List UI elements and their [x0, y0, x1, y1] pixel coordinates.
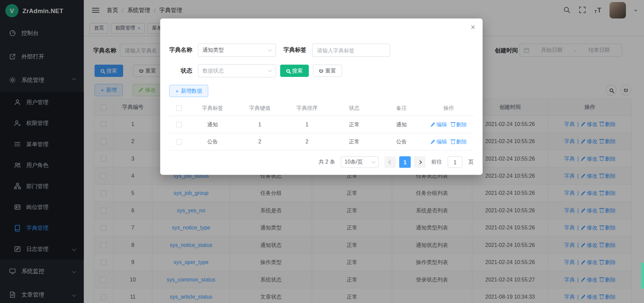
delete-icon — [451, 123, 454, 127]
close-icon[interactable]: × — [471, 24, 475, 31]
table-row: 通知 1 1 正常 通知 编辑 删除 — [169, 116, 473, 133]
select-all-checkbox[interactable] — [176, 105, 182, 111]
add-dict-data-button[interactable]: + 新增数据 — [169, 85, 208, 97]
row-checkbox[interactable] — [176, 122, 182, 127]
delete-link[interactable]: 删除 — [451, 138, 467, 145]
cell-dict-value: 2 — [236, 139, 283, 145]
prev-page-button[interactable] — [384, 156, 396, 168]
search-icon — [286, 69, 290, 73]
pagination: 共 2 条 10条/页 1 前往 页 — [169, 156, 473, 168]
page-size-select[interactable]: 10条/页 — [341, 156, 379, 168]
edit-link[interactable]: 编辑 — [431, 138, 447, 145]
row-checkbox[interactable] — [176, 139, 182, 144]
chevron-down-icon — [372, 160, 376, 164]
header-dict-value: 字典键值 — [236, 104, 283, 112]
delete-link[interactable]: 删除 — [451, 121, 467, 128]
scrollbar-thumb[interactable] — [641, 262, 643, 289]
edit-icon — [431, 140, 435, 144]
cell-dict-value: 1 — [236, 121, 283, 127]
status-select[interactable]: 数据状态 — [198, 64, 276, 77]
next-page-button[interactable] — [414, 156, 425, 168]
app-root: V ZrAdmin.NET 控制台 外部打开 系统管理 — [0, 0, 644, 303]
chevron-left-icon — [388, 160, 392, 164]
cell-status: 正常 — [331, 138, 378, 145]
header-dict-sort: 字典排序 — [283, 104, 331, 112]
delete-icon — [451, 141, 454, 144]
goto-label: 前往 — [431, 158, 442, 166]
plus-icon: + — [175, 88, 179, 94]
dialog-status-label: 状态 — [169, 67, 192, 75]
header-dict-label: 字典标签 — [189, 104, 236, 112]
table-row: 公告 2 2 正常 公告 编辑 删除 — [169, 133, 473, 150]
header-status: 状态 — [331, 104, 378, 112]
edit-icon — [431, 122, 435, 126]
chevron-right-icon — [418, 160, 422, 164]
edit-link[interactable]: 编辑 — [431, 121, 447, 128]
cell-dict-sort: 1 — [283, 121, 331, 127]
cell-remark: 公告 — [378, 138, 425, 145]
dialog-filter-row-2: 状态 数据状态 搜索 重置 — [169, 64, 473, 77]
chevron-down-icon — [268, 68, 272, 72]
refresh-icon — [319, 69, 323, 73]
cell-remark: 通知 — [378, 121, 425, 128]
goto-page-input[interactable] — [448, 156, 463, 168]
cell-dict-sort: 2 — [283, 139, 331, 145]
header-operations: 操作 — [425, 104, 472, 112]
dialog-dict-label-label: 字典标签 — [283, 46, 307, 54]
dict-data-table: 字典标签 字典键值 字典排序 状态 备注 操作 通知 1 1 正常 通知 编辑 … — [169, 100, 473, 150]
dialog-filter-row-1: 字典名称 通知类型 字典标签 — [169, 44, 473, 57]
dialog-search-button[interactable]: 搜索 — [280, 64, 309, 77]
chevron-down-icon — [268, 47, 272, 51]
current-page-button[interactable]: 1 — [399, 156, 411, 168]
dialog-reset-button[interactable]: 重置 — [313, 64, 342, 77]
dict-label-input[interactable] — [312, 44, 390, 57]
dict-data-dialog: × 字典名称 通知类型 字典标签 状态 数据状态 搜索 重置 — [160, 18, 483, 175]
header-remark: 备注 — [378, 104, 425, 112]
cell-dict-label: 公告 — [189, 138, 236, 145]
cell-dict-label: 通知 — [189, 121, 236, 128]
cell-status: 正常 — [331, 121, 378, 128]
dialog-table-header: 字典标签 字典键值 字典排序 状态 备注 操作 — [169, 100, 473, 116]
dict-name-select[interactable]: 通知类型 — [198, 44, 276, 57]
dialog-dict-name-label: 字典名称 — [169, 46, 192, 54]
pagination-total: 共 2 条 — [319, 158, 335, 166]
goto-unit-label: 页 — [468, 158, 474, 166]
